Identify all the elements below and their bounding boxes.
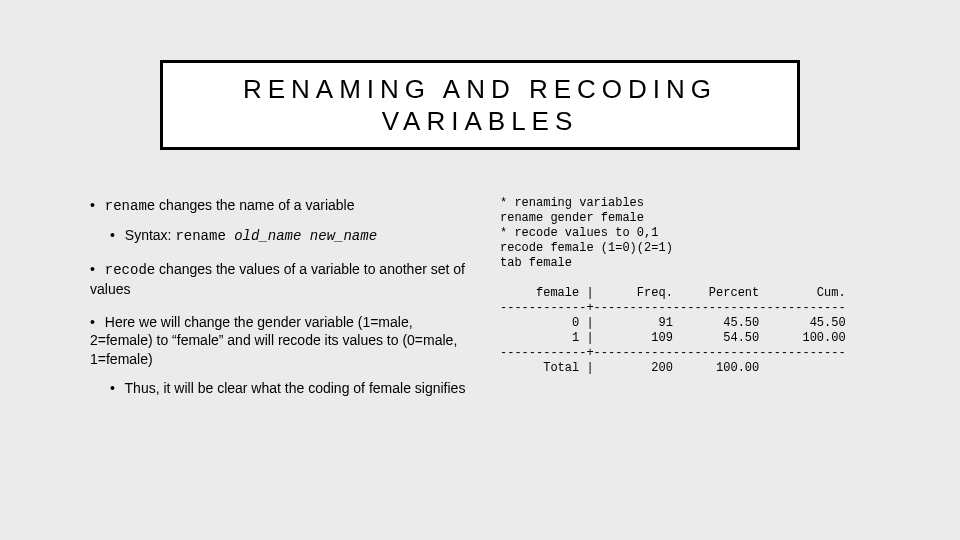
bullet-item: • rename changes the name of a variable …	[90, 196, 470, 246]
sub-bullet: • Thus, it will be clear what the coding…	[110, 379, 470, 398]
bullet-marker: •	[90, 261, 95, 277]
title-text: RENAMING AND RECODING VARIABLES	[173, 73, 787, 138]
bullet-item: • recode changes the values of a variabl…	[90, 260, 470, 299]
sub-bullet: • Syntax: rename old_name new_name	[110, 226, 470, 246]
code-line: rename gender female	[500, 211, 644, 225]
table-total: Total | 200 100.00	[500, 361, 759, 375]
bullet-marker: •	[90, 314, 95, 330]
table-row: 0 | 91 45.50 45.50	[500, 316, 846, 330]
bullet-text: Here we will change the gender variable …	[90, 314, 457, 368]
code-output: * renaming variables rename gender femal…	[500, 196, 950, 376]
bullet-text: changes the name of a variable	[155, 197, 354, 213]
table-header: female | Freq. Percent Cum.	[500, 286, 846, 300]
syntax-arg: new_name	[310, 228, 377, 244]
syntax-cmd: rename	[175, 228, 234, 244]
slide-title: RENAMING AND RECODING VARIABLES	[160, 60, 800, 150]
bullet-marker: •	[90, 197, 95, 213]
table-separator: ------------+---------------------------…	[500, 346, 846, 360]
code-keyword: rename	[105, 198, 155, 214]
code-line: * recode values to 0,1	[500, 226, 658, 240]
code-line: * renaming variables	[500, 196, 644, 210]
bullet-marker: •	[110, 380, 115, 396]
sub-bullet-text: Thus, it will be clear what the coding o…	[125, 380, 466, 396]
syntax-arg: old_name	[234, 228, 301, 244]
code-line: tab female	[500, 256, 572, 270]
table-separator: ------------+---------------------------…	[500, 301, 846, 315]
table-row: 1 | 109 54.50 100.00	[500, 331, 846, 345]
code-line: recode female (1=0)(2=1)	[500, 241, 673, 255]
bullet-list: • rename changes the name of a variable …	[90, 196, 470, 412]
syntax-label: Syntax:	[125, 227, 176, 243]
bullet-item: • Here we will change the gender variabl…	[90, 313, 470, 399]
slide: RENAMING AND RECODING VARIABLES • rename…	[0, 0, 960, 540]
code-keyword: recode	[105, 262, 155, 278]
bullet-marker: •	[110, 227, 115, 243]
syntax-space	[301, 228, 309, 244]
